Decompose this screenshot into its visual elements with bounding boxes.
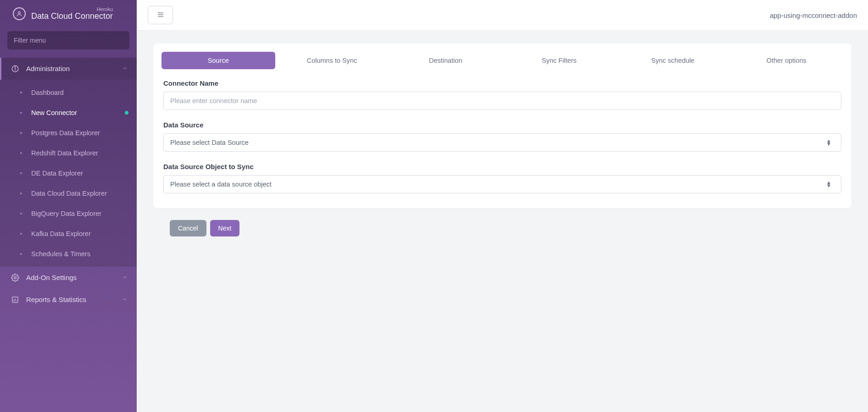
sidebar-item-bigquery-explorer[interactable]: BigQuery Data Explorer xyxy=(0,203,137,224)
sidebar-item-postgres-explorer[interactable]: Postgres Data Explorer xyxy=(0,123,137,143)
chevron-up-icon xyxy=(122,65,128,72)
wizard-actions: Cancel Next xyxy=(153,220,851,236)
brand: Heroku Data Cloud Connector xyxy=(0,0,137,26)
svg-point-4 xyxy=(14,277,17,279)
nav-section-label: Administration xyxy=(26,65,116,72)
wizard-tabs: Source Columns to Sync Destination Sync … xyxy=(161,52,843,69)
brand-title: Data Cloud Connector xyxy=(31,12,113,21)
data-source-label: Data Source xyxy=(163,121,841,129)
sidebar-item-schedules-timers[interactable]: Schedules & Timers xyxy=(0,244,137,264)
topbar: app-using-mcconnect-addon xyxy=(137,0,868,31)
status-indicator-icon xyxy=(125,111,128,115)
sidebar-item-new-connector[interactable]: New Connector xyxy=(0,103,137,123)
sidebar-item-label: DE Data Explorer xyxy=(31,170,83,177)
tab-sync-filters[interactable]: Sync Filters xyxy=(502,52,616,69)
filter-menu-input[interactable] xyxy=(7,31,129,49)
main: app-using-mcconnect-addon Source Columns… xyxy=(137,0,868,412)
sidebar-item-label: Redshift Data Explorer xyxy=(31,149,98,157)
sidebar-item-label: BigQuery Data Explorer xyxy=(31,210,101,217)
sidebar-item-label: Postgres Data Explorer xyxy=(31,129,100,137)
nav-section-label: Add-On Settings xyxy=(26,274,116,281)
data-source-object-select[interactable]: Please select a data source object xyxy=(163,175,841,193)
nav-section-reports[interactable]: Reports & Statistics xyxy=(0,289,137,311)
sidebar-item-de-explorer[interactable]: DE Data Explorer xyxy=(0,163,137,183)
sidebar-item-label: Dashboard xyxy=(31,89,64,96)
sidebar-item-kafka-explorer[interactable]: Kafka Data Explorer xyxy=(0,224,137,244)
tab-destination[interactable]: Destination xyxy=(389,52,502,69)
sidebar: Heroku Data Cloud Connector Administrati… xyxy=(0,0,137,412)
nav-section-administration[interactable]: Administration xyxy=(0,58,137,80)
chevron-down-icon xyxy=(122,296,128,303)
cancel-button[interactable]: Cancel xyxy=(170,220,206,236)
nav-items-administration: Dashboard New Connector Postgres Data Ex… xyxy=(0,80,137,267)
tab-columns[interactable]: Columns to Sync xyxy=(275,52,389,69)
object-label: Data Source Object to Sync xyxy=(163,163,841,170)
sidebar-item-datacloud-explorer[interactable]: Data Cloud Data Explorer xyxy=(0,183,137,203)
svg-point-3 xyxy=(15,66,16,67)
sidebar-item-label: New Connector xyxy=(31,109,77,116)
sidebar-item-dashboard[interactable]: Dashboard xyxy=(0,82,137,103)
tab-other-options[interactable]: Other options xyxy=(729,52,843,69)
report-icon xyxy=(11,295,20,304)
brand-logo-icon xyxy=(13,7,26,20)
next-button[interactable]: Next xyxy=(210,220,240,236)
wizard-card: Source Columns to Sync Destination Sync … xyxy=(153,44,851,208)
svg-point-0 xyxy=(18,11,21,14)
connector-name-input[interactable] xyxy=(163,92,841,110)
gear-icon xyxy=(11,273,20,282)
info-icon xyxy=(11,64,20,73)
data-source-select[interactable]: Please select Data Source xyxy=(163,133,841,152)
sidebar-item-label: Kafka Data Explorer xyxy=(31,230,91,237)
tab-source[interactable]: Source xyxy=(161,52,275,69)
sidebar-toggle-button[interactable] xyxy=(148,6,173,24)
tab-sync-schedule[interactable]: Sync schedule xyxy=(616,52,730,69)
sidebar-item-label: Data Cloud Data Explorer xyxy=(31,190,107,197)
hamburger-icon xyxy=(156,11,165,20)
nav-section-label: Reports & Statistics xyxy=(26,296,116,303)
nav-section-addon-settings[interactable]: Add-On Settings xyxy=(0,267,137,289)
sidebar-item-label: Schedules & Timers xyxy=(31,250,90,258)
app-name: app-using-mcconnect-addon xyxy=(770,11,857,19)
chevron-down-icon xyxy=(122,274,128,281)
connector-name-label: Connector Name xyxy=(163,79,841,87)
sidebar-item-redshift-explorer[interactable]: Redshift Data Explorer xyxy=(0,143,137,163)
